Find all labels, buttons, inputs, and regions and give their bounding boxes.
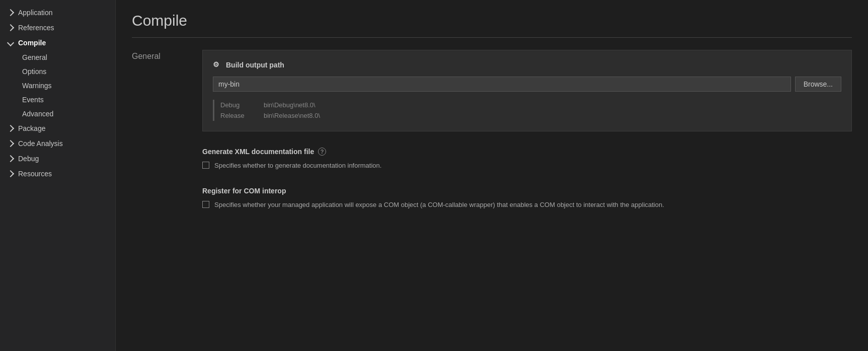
content-body: General ⚙ Build output path Browse... De… xyxy=(132,50,852,222)
build-output-title: Build output path xyxy=(226,61,284,69)
config-path-debug: bin\Debug\net8.0\ xyxy=(264,101,315,109)
sidebar-item-application[interactable]: Application xyxy=(0,5,115,20)
sidebar-item-label: Compile xyxy=(18,39,46,47)
xml-doc-title-row: Generate XML documentation file ? xyxy=(202,148,852,156)
section-content: ⚙ Build output path Browse... Debug bin\… xyxy=(202,50,852,222)
config-name-release: Release xyxy=(220,112,256,119)
sidebar-sub-item-general[interactable]: General xyxy=(0,50,115,64)
chevron-right-icon xyxy=(7,170,14,177)
xml-doc-description: Specifies whether to generate documentat… xyxy=(214,161,381,171)
xml-doc-section: Generate XML documentation file ? Specif… xyxy=(202,148,852,171)
config-row-debug: Debug bin\Debug\net8.0\ xyxy=(220,100,841,110)
page-title: Compile xyxy=(132,12,852,29)
xml-doc-title: Generate XML documentation file xyxy=(202,148,314,156)
build-output-section: ⚙ Build output path Browse... Debug bin\… xyxy=(202,50,852,131)
sidebar-sub-item-label: General xyxy=(22,53,47,61)
sidebar-sub-item-label: Events xyxy=(22,96,44,104)
sidebar-item-label: References xyxy=(18,24,54,32)
sidebar-sub-item-advanced[interactable]: Advanced xyxy=(0,107,115,121)
com-interop-description: Specifies whether your managed applicati… xyxy=(214,200,664,210)
com-interop-section: Register for COM interop Specifies wheth… xyxy=(202,187,852,210)
com-interop-title: Register for COM interop xyxy=(202,187,286,195)
sidebar-sub-item-label: Advanced xyxy=(22,110,53,118)
sidebar-item-debug[interactable]: Debug xyxy=(0,151,115,166)
sidebar-item-references[interactable]: References xyxy=(0,20,115,35)
browse-button[interactable]: Browse... xyxy=(795,77,841,92)
config-table: Debug bin\Debug\net8.0\ Release bin\Rele… xyxy=(213,100,841,121)
com-interop-checkbox-row: Specifies whether your managed applicati… xyxy=(202,200,852,210)
sidebar-item-compile[interactable]: Compile xyxy=(0,35,115,50)
chevron-right-icon xyxy=(7,24,14,31)
gear-icon: ⚙ xyxy=(213,60,222,69)
sidebar-item-label: Application xyxy=(18,9,53,17)
sidebar-sub-item-label: Options xyxy=(22,67,46,76)
chevron-right-icon xyxy=(7,140,14,147)
config-path-release: bin\Release\net8.0\ xyxy=(264,112,320,119)
sidebar-item-code-analysis[interactable]: Code Analysis xyxy=(0,136,115,151)
build-output-input[interactable] xyxy=(213,77,791,92)
sidebar-item-label: Code Analysis xyxy=(18,139,63,148)
chevron-right-icon xyxy=(7,125,14,132)
sidebar-sub-item-label: Warnings xyxy=(22,82,52,90)
sidebar-item-package[interactable]: Package xyxy=(0,121,115,136)
chevron-right-icon xyxy=(7,9,14,16)
xml-doc-checkbox[interactable] xyxy=(202,162,209,169)
sidebar-sub-item-events[interactable]: Events xyxy=(0,93,115,107)
help-icon[interactable]: ? xyxy=(318,148,326,156)
config-name-debug: Debug xyxy=(220,101,256,109)
chevron-right-icon xyxy=(7,155,14,162)
input-row: Browse... xyxy=(213,77,841,92)
section-label: General xyxy=(132,50,182,222)
divider xyxy=(132,37,852,38)
build-output-header: ⚙ Build output path xyxy=(213,60,841,69)
sidebar-sub-item-options[interactable]: Options xyxy=(0,64,115,79)
sidebar-item-label: Debug xyxy=(18,155,39,163)
chevron-down-icon xyxy=(7,39,14,46)
main-content: Compile General ⚙ Build output path Brow… xyxy=(116,0,868,351)
config-row-release: Release bin\Release\net8.0\ xyxy=(220,110,841,121)
sidebar-sub-item-warnings[interactable]: Warnings xyxy=(0,79,115,93)
sidebar-item-resources[interactable]: Resources xyxy=(0,166,115,181)
sidebar: Application References Compile General O… xyxy=(0,0,116,351)
sidebar-item-label: Resources xyxy=(18,170,52,178)
com-interop-checkbox[interactable] xyxy=(202,201,209,208)
sidebar-item-label: Package xyxy=(18,124,45,132)
xml-doc-checkbox-row: Specifies whether to generate documentat… xyxy=(202,161,852,171)
com-interop-title-row: Register for COM interop xyxy=(202,187,852,195)
